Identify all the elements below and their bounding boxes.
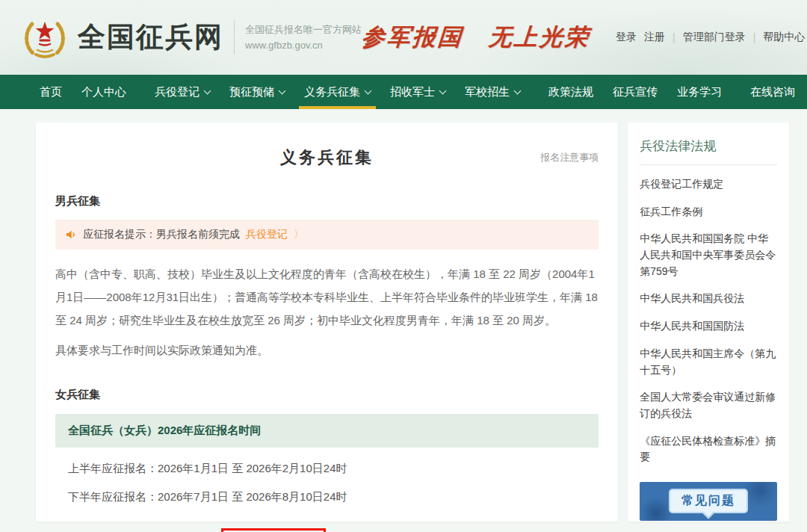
nav-label: 军校招生 [465,85,510,99]
sidebar-item-conscription-regulations[interactable]: 征兵工作条例 [640,204,777,220]
register-link[interactable]: 注册 [644,31,665,44]
male-requirements-paragraph: 高中（含中专、职高、技校）毕业生及以上文化程度的青年（含高校在校生），年满 18… [55,263,599,332]
site-url: www.gfbzb.gov.cn [245,37,362,53]
highlight-annotation: 上半年应征 [221,528,326,532]
sidebar-item-order-759[interactable]: 中华人民共和国国务院 中华人民共和国中央军事委员会令 第759号 [640,231,777,279]
help-center-link[interactable]: 帮助中心 [763,31,805,44]
logo-divider [234,20,235,55]
site-title: 全国征兵网 [78,19,223,56]
sidebar-item-presidential-order-95[interactable]: 中华人民共和国主席令（第九十五号） [640,346,777,378]
nav-item-pre-conscription[interactable]: 预征预储 [220,75,294,109]
national-emblem-icon [21,13,69,61]
nav-item-personal-center[interactable]: 个人中心 [72,75,136,109]
sidebar-item-registration-rules[interactable]: 兵役登记工作规定 [640,176,777,193]
site-tagline: 全国征兵报名唯一官方网站 www.gfbzb.gov.cn [245,22,362,54]
nav-item-compulsory-enlistment[interactable]: 义务兵征集 [294,75,380,109]
chevron-down-icon [365,87,372,94]
sidebar-item-physical-exam-standards[interactable]: 《应征公民体格检查标准》摘要 [640,433,777,466]
service-registration-link[interactable]: 兵役登记 [246,228,288,241]
chevron-down-icon [279,87,286,94]
male-notice-bar: 应征报名提示：男兵报名前须完成兵役登记〉 [55,220,599,250]
title-row: 义务兵征集 报名注意事项 [55,146,599,169]
nav-item-service-registration[interactable]: 兵役登记 [145,75,220,109]
second-half-date-row: 下半年应征报名：2026年7月1日 至 2026年8月10日24时 [55,490,599,504]
first-half-date-row: 上半年应征报名：2026年1月1日 至 2026年2月10日24时 [55,462,599,476]
male-section-heading: 男兵征集 [55,194,599,208]
female-signup-time-banner: 全国征兵（女兵）2026年应征报名时间 [55,414,599,448]
tagline-text: 全国征兵报名唯一官方网站 [245,22,362,37]
nav-label: 个人中心 [81,85,126,99]
login-link[interactable]: 登录 [616,31,637,44]
site-header: 全国征兵网 全国征兵报名唯一官方网站 www.gfbzb.gov.cn 参军报国… [0,0,807,75]
speaker-icon [65,229,77,241]
sidebar-laws: 兵役法律法规 兵役登记工作规定 征兵工作条例 中华人民共和国国务院 中华人民共和… [628,123,789,522]
nav-item-business-learning[interactable]: 业务学习 [667,75,732,109]
nav-label: 兵役登记 [155,85,200,99]
nav-item-policies[interactable]: 政策法规 [539,75,603,109]
sidebar-item-npc-revised-law[interactable]: 全国人大常委会审议通过新修订的兵役法 [640,389,777,421]
nav-label: 征兵宣传 [613,85,658,99]
nav-label: 业务学习 [677,85,722,99]
site-logo[interactable]: 全国征兵网 全国征兵报名唯一官方网站 www.gfbzb.gov.cn [21,13,362,61]
nav-item-online-consult[interactable]: 在线咨询 [740,75,805,109]
action-buttons-row: 上半年应征 下半年应征 [55,528,599,532]
nav-label: 预征预储 [229,85,274,99]
header-links: 登录 注册 | 管理部门登录 | 帮助中心 [616,31,805,44]
page-title: 义务兵征集 [280,148,374,167]
nav-item-nco-recruitment[interactable]: 招收军士 [380,75,455,109]
link-separator: | [672,31,675,43]
chevron-down-icon [514,87,522,94]
nav-item-publicity[interactable]: 征兵宣传 [603,75,667,109]
nav-item-home[interactable]: 首页 [30,75,72,109]
main-card: 义务兵征集 报名注意事项 男兵征集 应征报名提示：男兵报名前须完成兵役登记〉 高… [36,123,618,522]
faq-bubble-label: 常见问题 [669,489,748,513]
main-nav: 首页 个人中心 兵役登记 预征预储 义务兵征集 招收军士 军校招生 政策法规 征… [0,75,807,109]
nav-label: 招收军士 [390,85,435,99]
admin-login-link[interactable]: 管理部门登录 [683,31,746,44]
sidebar-item-national-defense-law[interactable]: 中华人民共和国国防法 [640,318,777,335]
nav-label: 政策法规 [548,85,593,99]
link-separator: | [753,31,756,43]
signup-notes-link[interactable]: 报名注意事项 [540,151,599,164]
notice-text: 应征报名提示：男兵报名前须完成 [83,228,240,241]
faq-banner[interactable]: 常见问题 [640,482,777,521]
arrow-right-icon: 〉 [294,228,304,241]
sidebar-title: 兵役法律法规 [640,137,777,165]
chevron-down-icon [439,87,447,94]
sidebar-item-military-service-law[interactable]: 中华人民共和国兵役法 [640,291,777,307]
nav-label: 首页 [40,85,62,99]
nav-label: 在线咨询 [750,85,795,99]
female-section-heading: 女兵征集 [55,388,599,402]
slogan-calligraphy: 参军报国 无上光荣 [361,22,592,53]
nav-item-military-academy[interactable]: 军校招生 [455,75,530,109]
content-area: 义务兵征集 报名注意事项 男兵征集 应征报名提示：男兵报名前须完成兵役登记〉 高… [0,109,807,532]
nav-label: 义务兵征集 [304,85,360,99]
chevron-down-icon [204,87,211,94]
male-note-paragraph: 具体要求与工作时间以实际政策通知为准。 [55,339,599,362]
